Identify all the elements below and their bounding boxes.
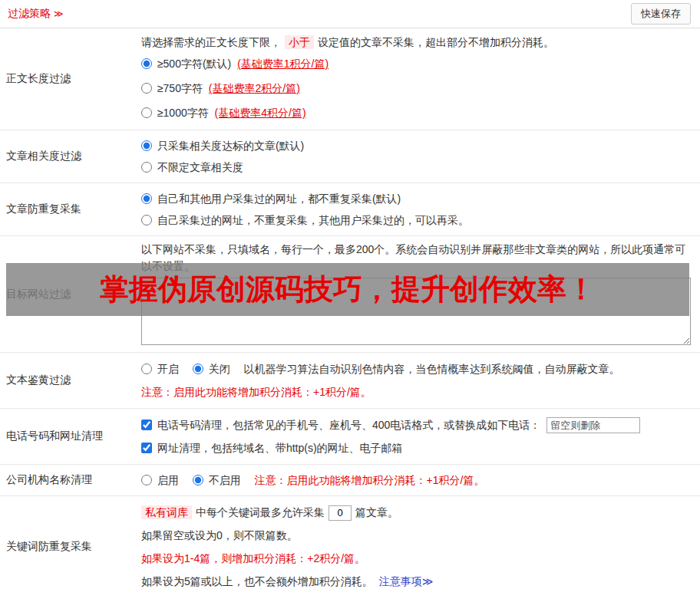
option-label: ≥1000字符 <box>157 107 209 119</box>
row-label-relevance: 文章相关度过滤 <box>0 130 137 183</box>
quick-save-button[interactable]: 快速保存 <box>631 3 691 25</box>
radio-option-relevance-strict[interactable]: 只采集相关度达标的文章(默认) <box>141 135 691 156</box>
checkbox-option-phone-clean[interactable]: 电话号码清理，包括常见的手机号、座机号、400电话格式，或替换成如下电话： <box>141 419 543 431</box>
keyword-note-5plus-line: 如果设为5篇或以上，也不会额外增加积分消耗。注意事项≫ <box>141 570 691 589</box>
checkbox-option-url-clean[interactable]: 网址清理，包括纯域名、带http(s)的网址、电子邮箱 <box>141 442 403 454</box>
option-label: 关闭 <box>209 363 230 375</box>
radio-dedupe-all-users[interactable] <box>141 193 152 204</box>
radio-option-500chars[interactable]: ≥500字符(默认) (基础费率1积分/篇) <box>141 51 691 76</box>
row-body-length-filter: 正文长度过滤 请选择需求的正文长度下限，小于设定值的文章不采集，超出部分不增加积… <box>0 28 700 130</box>
keyword-limit-line: 私有词库中每个关键词最多允许采集篇文章。 <box>141 501 691 524</box>
intro-text-after: 设定值的文章不采集，超出部分不增加积分消耗。 <box>318 36 554 48</box>
radio-company-enable[interactable] <box>141 475 152 485</box>
row-content-phone-url-clean: 电话号码清理，包括常见的手机号、座机号、400电话格式，或替换成如下电话： 网址… <box>137 409 700 464</box>
company-clean-warning: 注意：启用此功能将增加积分消耗：+1积分/篇。 <box>255 474 485 486</box>
radio-dedupe-self-only[interactable] <box>141 215 152 225</box>
notes-link-label: 注意事项 <box>379 575 422 587</box>
option-label: 只采集相关度达标的文章(默认) <box>157 140 304 152</box>
page-title-group: 过滤策略 ≫ <box>8 7 64 21</box>
keyword-note-zero: 如果留空或设为0，则不限篇数。 <box>141 524 691 547</box>
radio-option-1000chars[interactable]: ≥1000字符 (基础费率4积分/篇) <box>141 100 691 125</box>
radio-option-porn-on[interactable]: 开启 <box>141 363 182 375</box>
row-phone-url-clean: 电话号码和网址清理 电话号码清理，包括常见的手机号、座机号、400电话格式，或替… <box>0 409 700 465</box>
page-title: 过滤策略 <box>8 7 51 21</box>
watermark-text: 掌握伪原创源码技巧，提升创作效率！ <box>100 270 596 309</box>
row-porn-filter: 文本鉴黄过滤 开启 关闭 以机器学习算法自动识别色情内容，当色情概率达到系统阈值… <box>0 353 700 409</box>
radio-1000chars[interactable] <box>141 107 152 118</box>
row-label-porn-filter: 文本鉴黄过滤 <box>0 353 137 408</box>
porn-filter-description: 以机器学习算法自动识别色情内容，当色情概率达到系统阈值，自动屏蔽文章。 <box>244 363 620 375</box>
keyword-limit-text-after: 篇文章。 <box>355 506 398 518</box>
option-label: 启用 <box>157 474 179 486</box>
option-fee-note: (基础费率2积分/篇) <box>209 82 300 94</box>
row-content-dedupe: 自己和其他用户采集过的网址，都不重复采集(默认) 自己采集过的网址，不重复采集，… <box>137 183 700 235</box>
option-label: 自己和其他用户采集过的网址，都不重复采集(默认) <box>157 192 401 205</box>
radio-option-company-enable[interactable]: 启用 <box>141 474 182 486</box>
option-label: 电话号码清理，包括常见的手机号、座机号、400电话格式，或替换成如下电话： <box>157 419 540 431</box>
radio-option-750chars[interactable]: ≥750字符 (基础费率2积分/篇) <box>141 76 691 100</box>
radio-porn-off[interactable] <box>193 364 203 374</box>
option-fee-note: (基础费率1积分/篇) <box>237 58 329 70</box>
radio-company-disable[interactable] <box>193 475 203 485</box>
notes-link[interactable]: 注意事项≫ <box>379 575 434 587</box>
radio-option-company-disable[interactable]: 不启用 <box>193 474 244 486</box>
option-label: 开启 <box>157 363 179 375</box>
filter-strategy-page: 过滤策略 ≫ 快速保存 正文长度过滤 请选择需求的正文长度下限，小于设定值的文章… <box>0 0 700 589</box>
radio-500chars[interactable] <box>141 58 152 69</box>
row-content-company-clean: 启用 不启用 注意：启用此功能将增加积分消耗：+1积分/篇。 <box>137 465 700 495</box>
checkbox-phone-clean[interactable] <box>141 420 152 430</box>
option-label: 自己采集过的网址，不重复采集，其他用户采集过的，可以再采。 <box>157 214 469 226</box>
row-label-phone-url-clean: 电话号码和网址清理 <box>0 409 137 464</box>
replacement-phone-input[interactable] <box>546 417 640 433</box>
option-label: 不启用 <box>209 474 241 486</box>
radio-option-relevance-any[interactable]: 不限定文章相关度 <box>141 156 691 178</box>
keyword-limit-text: 中每个关键词最多允许采集 <box>196 506 325 518</box>
checkbox-url-clean[interactable] <box>141 443 152 453</box>
option-label: ≥500字符(默认) <box>157 58 231 70</box>
keyword-note-5plus: 如果设为5篇或以上，也不会额外增加积分消耗。 <box>141 575 373 587</box>
row-keyword-dedupe: 关键词防重复采集 私有词库中每个关键词最多允许采集篇文章。 如果留空或设为0，则… <box>0 496 700 589</box>
row-label-dedupe: 文章防重复采集 <box>0 183 137 235</box>
row-content-body-length: 请选择需求的正文长度下限，小于设定值的文章不采集，超出部分不增加积分消耗。 ≥5… <box>137 28 700 130</box>
phone-clean-line: 电话号码清理，包括常见的手机号、座机号、400电话格式，或替换成如下电话： <box>141 413 691 436</box>
row-content-porn-filter: 开启 关闭 以机器学习算法自动识别色情内容，当色情概率达到系统阈值，自动屏蔽文章… <box>137 353 700 408</box>
radio-relevance-strict[interactable] <box>141 140 152 151</box>
watermark-banner: 掌握伪原创源码技巧，提升创作效率！ <box>6 263 689 316</box>
option-label: 网址清理，包括纯域名、带http(s)的网址、电子邮箱 <box>157 442 403 454</box>
option-label: ≥750字符 <box>157 82 203 94</box>
keyword-note-1-4: 如果设为1-4篇，则增加积分消耗：+2积分/篇。 <box>141 547 691 570</box>
collapse-chevron-icon[interactable]: ≫ <box>54 8 64 19</box>
row-label-keyword-dedupe: 关键词防重复采集 <box>0 496 137 589</box>
radio-option-porn-off[interactable]: 关闭 <box>193 363 233 375</box>
radio-750chars[interactable] <box>141 83 152 94</box>
highlight-private-lexicon: 私有词库 <box>141 505 192 519</box>
highlight-keyword-less-than: 小于 <box>285 35 314 49</box>
option-fee-note: (基础费率4积分/篇) <box>215 107 306 119</box>
row-content-keyword-dedupe: 私有词库中每个关键词最多允许采集篇文章。 如果留空或设为0，则不限篇数。 如果设… <box>137 496 700 589</box>
intro-text-before: 请选择需求的正文长度下限， <box>141 36 281 48</box>
row-label-body-length: 正文长度过滤 <box>0 28 137 130</box>
radio-relevance-any[interactable] <box>141 162 152 173</box>
porn-filter-warning: 注意：启用此功能将增加积分消耗：+1积分/篇。 <box>141 380 691 403</box>
notes-link-chevron-icon: ≫ <box>422 575 434 587</box>
row-content-relevance: 只采集相关度达标的文章(默认) 不限定文章相关度 <box>137 130 700 183</box>
row-relevance-filter: 文章相关度过滤 只采集相关度达标的文章(默认) 不限定文章相关度 <box>0 130 700 183</box>
url-clean-line: 网址清理，包括纯域名、带http(s)的网址、电子邮箱 <box>141 436 691 459</box>
row-label-company-clean: 公司机构名称清理 <box>0 465 137 495</box>
porn-filter-options-line: 开启 关闭 以机器学习算法自动识别色情内容，当色情概率达到系统阈值，自动屏蔽文章… <box>141 357 691 380</box>
company-clean-options-line: 启用 不启用 注意：启用此功能将增加积分消耗：+1积分/篇。 <box>141 469 691 491</box>
page-header: 过滤策略 ≫ 快速保存 <box>0 0 700 28</box>
radio-option-dedupe-all-users[interactable]: 自己和其他用户采集过的网址，都不重复采集(默认) <box>141 188 691 209</box>
body-length-intro: 请选择需求的正文长度下限，小于设定值的文章不采集，超出部分不增加积分消耗。 <box>141 33 691 51</box>
row-dedupe-collection: 文章防重复采集 自己和其他用户采集过的网址，都不重复采集(默认) 自己采集过的网… <box>0 183 700 236</box>
keyword-limit-input[interactable] <box>329 505 352 521</box>
radio-porn-on[interactable] <box>141 364 152 374</box>
row-company-clean: 公司机构名称清理 启用 不启用 注意：启用此功能将增加积分消耗：+1积分/篇。 <box>0 465 700 496</box>
option-label: 不限定文章相关度 <box>157 161 243 173</box>
radio-option-dedupe-self-only[interactable]: 自己采集过的网址，不重复采集，其他用户采集过的，可以再采。 <box>141 209 691 231</box>
